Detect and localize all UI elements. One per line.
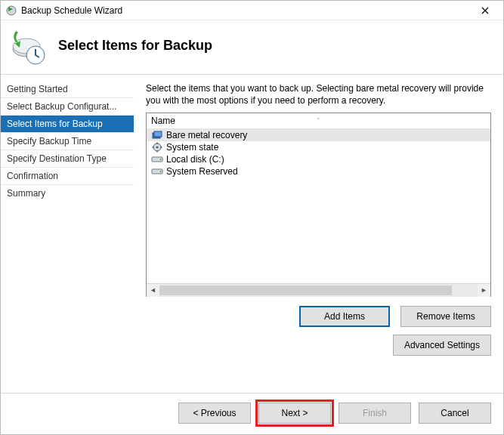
svg-point-16 xyxy=(160,171,162,172)
wizard-body: Getting Started Select Backup Configurat… xyxy=(1,75,503,393)
step-select-items[interactable]: Select Items for Backup xyxy=(1,115,134,132)
next-button[interactable]: Next > xyxy=(258,403,331,424)
instruction-text: Select the items that you want to back u… xyxy=(146,82,491,106)
item-buttons-row: Add Items Remove Items xyxy=(146,306,491,327)
step-select-backup-config[interactable]: Select Backup Configurat... xyxy=(1,97,134,115)
advanced-row: Advanced Settings xyxy=(146,335,491,356)
drive-icon xyxy=(151,166,163,177)
svg-point-0 xyxy=(7,6,16,15)
step-summary[interactable]: Summary xyxy=(1,184,134,202)
svg-point-8 xyxy=(156,147,158,149)
column-sort-icon: ˄ xyxy=(317,117,320,125)
wizard-steps-sidebar: Getting Started Select Backup Configurat… xyxy=(1,75,134,393)
scroll-thumb[interactable] xyxy=(159,285,452,295)
items-list: Bare metal recovery System state Local d… xyxy=(147,129,490,283)
cancel-button[interactable]: Cancel xyxy=(419,403,491,424)
step-confirmation[interactable]: Confirmation xyxy=(1,167,134,184)
gear-icon xyxy=(151,142,163,153)
finish-button: Finish xyxy=(339,403,411,424)
column-header-label: Name xyxy=(151,116,175,126)
wizard-footer: < Previous Next > Finish Cancel xyxy=(1,393,503,434)
step-getting-started[interactable]: Getting Started xyxy=(1,81,134,97)
titlebar: Backup Schedule Wizard xyxy=(1,1,503,20)
list-item-bare-metal[interactable]: Bare metal recovery xyxy=(147,129,490,141)
scroll-left-arrow-icon[interactable]: ◄ xyxy=(147,284,159,297)
scroll-right-arrow-icon[interactable]: ► xyxy=(478,284,490,297)
list-item-label: System state xyxy=(166,142,218,153)
svg-point-14 xyxy=(160,159,162,160)
page-title: Select Items for Backup xyxy=(58,38,212,54)
wizard-header-icon xyxy=(8,28,48,67)
scroll-track[interactable] xyxy=(159,284,478,297)
list-item-label: Bare metal recovery xyxy=(166,130,247,140)
horizontal-scrollbar[interactable]: ◄ ► xyxy=(147,283,490,296)
add-items-button[interactable]: Add Items xyxy=(299,306,390,327)
wizard-main: Select the items that you want to back u… xyxy=(134,75,503,393)
app-icon xyxy=(5,5,17,17)
list-item-label: Local disk (C:) xyxy=(166,154,224,165)
list-item-system-state[interactable]: System state xyxy=(147,141,490,153)
list-item-local-disk-c[interactable]: Local disk (C:) xyxy=(147,153,490,165)
window-title: Backup Schedule Wizard xyxy=(21,5,470,16)
drive-icon xyxy=(151,154,163,165)
svg-rect-6 xyxy=(154,131,162,137)
step-specify-time[interactable]: Specify Backup Time xyxy=(1,132,134,150)
items-listbox[interactable]: Name ˄ Bare metal recovery System state xyxy=(146,113,491,297)
component-icon xyxy=(151,130,163,140)
remove-items-button[interactable]: Remove Items xyxy=(400,306,491,327)
wizard-header: Select Items for Backup xyxy=(1,20,503,75)
previous-button[interactable]: < Previous xyxy=(178,403,251,424)
step-specify-destination[interactable]: Specify Destination Type xyxy=(1,150,134,167)
close-button[interactable] xyxy=(470,2,500,20)
list-item-label: System Reserved xyxy=(166,166,238,177)
column-header-name[interactable]: Name ˄ xyxy=(147,113,490,129)
advanced-settings-button[interactable]: Advanced Settings xyxy=(393,335,491,356)
list-item-system-reserved[interactable]: System Reserved xyxy=(147,165,490,177)
